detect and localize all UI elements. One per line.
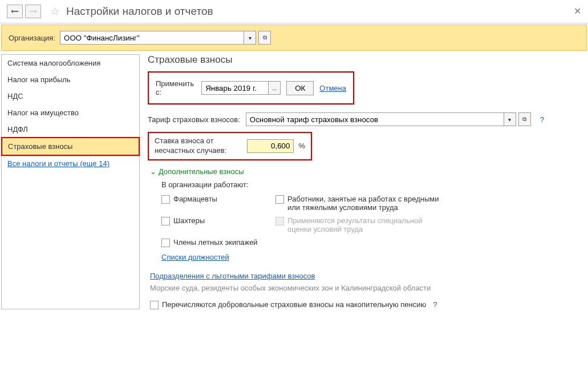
- section-title: Страховые взносы: [148, 54, 587, 66]
- sidebar-item-insurance[interactable]: Страховые взносы: [1, 137, 140, 156]
- chevron-down-icon: ⌄: [150, 167, 156, 176]
- check-label-flight: Члены летных экипажей: [173, 238, 258, 247]
- checkbox-special: [275, 217, 284, 225]
- org-open-button[interactable]: ⧉: [258, 31, 271, 45]
- rate-unit: %: [298, 142, 305, 150]
- voluntary-help-icon[interactable]: ?: [433, 300, 437, 309]
- close-button[interactable]: ✕: [572, 6, 582, 16]
- additional-title: Дополнительные взносы: [159, 167, 244, 176]
- tariff-open-button[interactable]: ⧉: [518, 112, 531, 126]
- ok-button[interactable]: ОК: [286, 81, 314, 95]
- check-label-special: Применяются результаты специальной оценк…: [287, 216, 447, 233]
- tariff-input[interactable]: [246, 112, 504, 126]
- forward-button[interactable]: 🠖: [25, 5, 41, 18]
- checkbox-harmful[interactable]: [275, 195, 284, 204]
- tariff-help-icon[interactable]: ?: [540, 115, 544, 124]
- sidebar-all-taxes-link[interactable]: Все налоги и отчеты (еще 14): [2, 155, 139, 172]
- org-label: Организация:: [9, 34, 55, 42]
- sidebar-item-tax-system[interactable]: Система налогообложения: [2, 55, 139, 71]
- checkbox-miners[interactable]: [161, 217, 170, 225]
- back-button[interactable]: 🠔: [7, 5, 23, 18]
- tariff-dropdown-button[interactable]: ▾: [504, 112, 516, 126]
- sidebar-item-ndfl[interactable]: НДФЛ: [2, 121, 139, 138]
- rate-input[interactable]: [247, 139, 294, 153]
- sidebar: Система налогообложения Налог на прибыль…: [1, 54, 140, 309]
- rate-box: Ставка взноса от несчастных случаев: %: [148, 132, 312, 160]
- benefit-divisions-link[interactable]: Подразделения с льготными тарифами взнос…: [150, 272, 315, 280]
- org-dropdown-button[interactable]: ▾: [244, 31, 256, 45]
- apply-box: Применить с: ... ОК Отмена: [148, 71, 354, 104]
- cancel-link[interactable]: Отмена: [319, 84, 346, 92]
- sidebar-item-property-tax[interactable]: Налог на имущество: [2, 104, 139, 121]
- org-input[interactable]: [60, 31, 244, 45]
- apply-date-input[interactable]: [201, 81, 269, 95]
- check-label-harmful: Работники, занятые на работах с вредными…: [287, 195, 447, 212]
- checkbox-pharma[interactable]: [161, 195, 170, 204]
- favorite-button[interactable]: ☆: [48, 5, 62, 18]
- check-label-miners: Шахтеры: [173, 216, 205, 225]
- check-label-pharma: Фармацевты: [173, 195, 217, 203]
- checkbox-voluntary[interactable]: [150, 301, 159, 309]
- rate-label: Ставка взноса от несчастных случаев:: [155, 136, 247, 156]
- tariff-label: Тариф страховых взносов:: [148, 115, 240, 124]
- voluntary-label: Перечисляются добровольные страховые взн…: [162, 300, 426, 309]
- benefit-desc: Морские суда, резиденты особых экономиче…: [150, 284, 587, 292]
- additional-expander[interactable]: ⌄ Дополнительные взносы: [148, 167, 587, 176]
- sidebar-item-profit-tax[interactable]: Налог на прибыль: [2, 71, 139, 88]
- apply-label: Применить с:: [156, 79, 196, 96]
- page-title: Настройки налогов и отчетов: [66, 5, 213, 18]
- sidebar-item-vat[interactable]: НДС: [2, 88, 139, 104]
- checkbox-flight[interactable]: [161, 239, 170, 247]
- works-label: В организации работают:: [161, 180, 587, 189]
- apply-date-picker-button[interactable]: ...: [268, 81, 281, 95]
- positions-list-link[interactable]: Списки должностей: [161, 253, 229, 261]
